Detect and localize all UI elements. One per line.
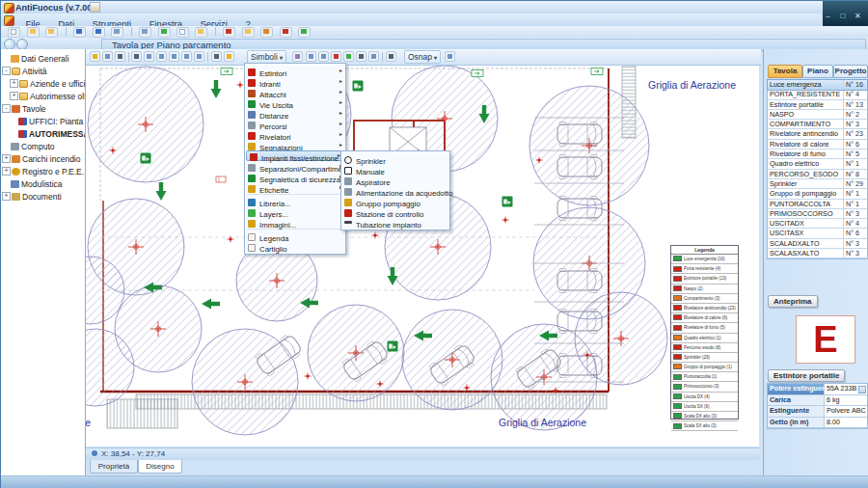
title-bar[interactable]: AntiFuocus (v.7.00)	[1, 1, 868, 14]
select-cursor-icon[interactable]	[131, 51, 142, 62]
tab-disegno[interactable]: Disegno	[138, 460, 182, 474]
paste-icon[interactable]	[318, 51, 329, 62]
floor-plan-drawing[interactable]: 0.81 m 1.80 m Griglia di Aerazione Grigl…	[86, 66, 759, 447]
sidebar-item-computo[interactable]: Computo	[1, 141, 85, 153]
delete-icon[interactable]	[223, 27, 235, 38]
menu-item-distanze[interactable]: Distanze▸	[245, 108, 345, 119]
menu-item-immagini[interactable]: Immagini...	[245, 217, 345, 228]
menu-item-impianti-fissi[interactable]: Impianti fissi/estinzione▸	[246, 150, 344, 161]
submenu-item-stazione-controllo[interactable]: Stazione di controllo	[341, 206, 449, 217]
insert-symbol-icon[interactable]	[343, 51, 354, 62]
expander-icon[interactable]: +	[2, 154, 11, 163]
menu-item-layers[interactable]: Layers...	[245, 206, 345, 217]
menu-item-segnaletica[interactable]: Segnaletica di sicurezza▸	[245, 172, 345, 182]
table-row[interactable]: Luce emergenzaN° 16	[768, 80, 867, 90]
fill-color-icon[interactable]	[292, 51, 303, 62]
submenu-item-sprinkler[interactable]: Sprinkler	[341, 153, 449, 164]
table-row[interactable]: PRIMOSOCCORSON° 3	[768, 209, 867, 219]
submenu-item-tubazione[interactable]: Tubazione impianto	[341, 217, 449, 228]
property-row[interactable]: Carica6 kg	[768, 395, 867, 407]
view-mode-icon[interactable]	[90, 51, 100, 62]
tab-piano[interactable]: Piano	[802, 65, 833, 78]
expander-icon[interactable]: +	[10, 92, 18, 100]
tab-progetto[interactable]: Progetto	[833, 65, 868, 78]
menu-item-attacchi[interactable]: Attacchi▸	[245, 87, 345, 97]
table-row[interactable]: Gruppo di pompaggioN° 1	[768, 189, 867, 199]
edit-properties-icon[interactable]	[368, 51, 379, 62]
menu-item-legenda[interactable]: Legenda	[245, 230, 345, 241]
table-row[interactable]: Rivelatore antincendioN° 23	[768, 129, 867, 139]
table-row[interactable]: PUNTORACCOLTAN° 1	[768, 200, 867, 209]
zoom-in-icon[interactable]	[156, 51, 167, 62]
property-row[interactable]: Getto (in m)8.00	[768, 418, 867, 429]
print-icon[interactable]	[260, 27, 273, 38]
menu-item-percorsi[interactable]: Percorsi▸	[245, 119, 345, 129]
open-icon[interactable]	[27, 27, 40, 38]
sync-icon[interactable]	[298, 27, 311, 38]
grid-icon[interactable]	[445, 51, 455, 62]
sidebar-item-carichi[interactable]: +Carichi incendio	[1, 153, 85, 166]
fire-register-icon[interactable]	[280, 27, 292, 38]
document-blue-icon[interactable]	[139, 27, 151, 38]
browse-icon[interactable]	[858, 386, 866, 393]
table-row[interactable]: Rivelatore di fumoN° 5	[768, 149, 867, 159]
menu-item-rivelatori[interactable]: Rivelatori▸	[245, 129, 345, 140]
table-row[interactable]: PERCORSO_ESODON° 8	[768, 170, 867, 179]
submenu-item-alimentazione[interactable]: Alimentazione da acquedotto	[341, 185, 449, 196]
menu-item-estintori[interactable]: Estintori▸	[245, 66, 345, 76]
submenu-item-manuale[interactable]: Manuale	[341, 164, 449, 175]
table-row[interactable]: USCITADXN° 4	[768, 219, 867, 229]
sidebar-item-registro[interactable]: +Registro e P.E.E.	[1, 166, 85, 178]
submenu-item-gruppo-pompaggio[interactable]: Gruppo pompaggio	[341, 196, 449, 206]
sidebar-item-uffici[interactable]: UFFICI: Pianta piano tipo	[1, 116, 85, 128]
selected-symbol-header[interactable]: Estintore portatile	[768, 369, 845, 382]
menu-item-segnalazioni[interactable]: Segnalazioni▸	[245, 140, 345, 150]
property-row[interactable]: EstinguentePolvere ABC	[768, 406, 867, 418]
select-area-icon[interactable]	[144, 51, 154, 62]
menu-item-libreria[interactable]: Libreria...	[245, 196, 345, 206]
table-row[interactable]: Estintore portatileN° 13	[768, 100, 867, 110]
import-icon[interactable]	[45, 27, 58, 38]
table-row[interactable]: PORTA_RESISTENTEN° 4	[768, 90, 867, 99]
zoom-previous-icon[interactable]	[194, 51, 204, 62]
menu-item-cartiglio[interactable]: Cartiglio	[245, 241, 345, 252]
expander-icon[interactable]: +	[10, 79, 18, 88]
table-row[interactable]: NASPON° 2	[768, 110, 867, 120]
copy-icon[interactable]	[176, 27, 189, 38]
pan-icon[interactable]	[211, 51, 222, 62]
menu-item-vie-uscita[interactable]: Vie Uscita▸	[245, 97, 345, 108]
symbols-dropdown[interactable]: Simboli▾	[247, 50, 286, 64]
menu-item-idranti[interactable]: Idranti▸	[245, 76, 345, 87]
table-row[interactable]: SprinklerN° 29	[768, 179, 867, 189]
sidebar-item-attivita[interactable]: -Attività	[1, 66, 85, 78]
report-icon[interactable]	[242, 27, 255, 38]
sidebar-item-modulistica[interactable]: Modulistica	[1, 178, 85, 191]
table-row[interactable]: SCALADXALTON° 3	[768, 239, 867, 249]
tab-tavola[interactable]: Tavola	[768, 65, 802, 78]
menu-item-etichette[interactable]: Etichette▸	[245, 182, 345, 193]
zoom-window-icon[interactable]	[181, 51, 192, 62]
tab-proprieta[interactable]: Proprietà	[90, 460, 138, 474]
sidebar-item-dati-generali[interactable]: Dati Generali	[1, 53, 85, 66]
table-row[interactable]: Quadro elettricoN° 1	[768, 159, 867, 169]
collapse-tree-button[interactable]	[90, 2, 100, 13]
delete-icon[interactable]	[331, 51, 341, 62]
sidebar-item-aziende[interactable]: +Aziende e uffici (71)	[1, 78, 85, 91]
perpendicular-icon[interactable]	[386, 51, 396, 62]
table-row[interactable]: USCITASXN° 6	[768, 229, 867, 238]
sidebar-item-documenti[interactable]: +Documenti	[1, 191, 85, 203]
table-row[interactable]: SCALASXALTON° 3	[768, 249, 867, 258]
sidebar-item-autorimessa[interactable]: AUTORIMESSA: P. INTERRATO	[1, 128, 85, 141]
copy-icon[interactable]	[306, 51, 316, 62]
submenu-item-aspiratore[interactable]: Aspiratore	[341, 175, 449, 185]
save-view-icon[interactable]	[102, 51, 113, 62]
save-icon[interactable]	[73, 27, 86, 38]
sidebar-item-autorimesse[interactable]: +Autorimesse oltre 9 autoveicoli (75)	[1, 91, 85, 103]
print-icon[interactable]	[115, 51, 125, 62]
osnap-dropdown[interactable]: Osnap▾	[404, 50, 441, 64]
paste-icon[interactable]	[195, 27, 207, 38]
close-button[interactable]: ✕	[853, 12, 863, 20]
document-green-icon[interactable]	[158, 27, 171, 38]
sidebar-item-tavole[interactable]: -Tavole	[1, 103, 85, 116]
minimize-button[interactable]: –	[823, 12, 833, 20]
